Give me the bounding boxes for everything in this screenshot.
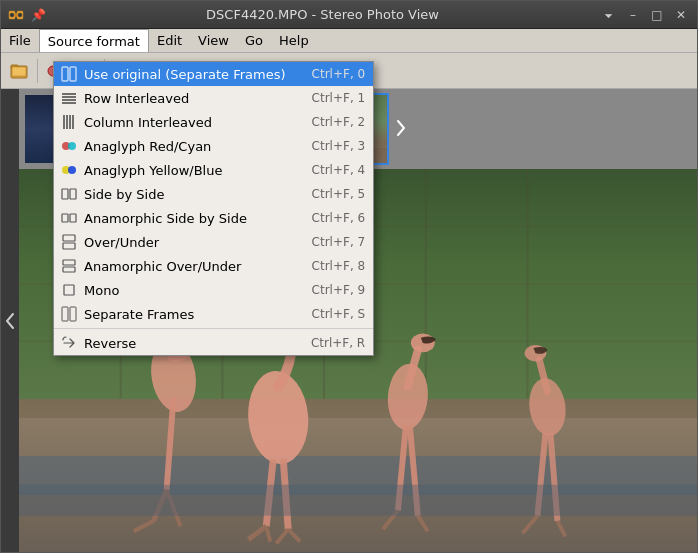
- anamorphic-over-shortcut: Ctrl+F, 8: [312, 259, 366, 273]
- svg-line-27: [167, 397, 174, 490]
- svg-point-74: [68, 166, 76, 174]
- svg-rect-77: [62, 214, 68, 222]
- toolbar-separator-1: [37, 59, 38, 83]
- maximize-button[interactable]: □: [647, 5, 667, 25]
- svg-point-2: [10, 13, 14, 17]
- svg-line-40: [288, 529, 300, 541]
- dropdown-item-mono[interactable]: Mono Ctrl+F, 9: [54, 278, 373, 302]
- svg-line-37: [248, 526, 266, 539]
- dropdown-item-use-original[interactable]: Use original (Separate Frames) Ctrl+F, 0: [54, 62, 373, 86]
- minimize-button[interactable]: –: [623, 5, 643, 25]
- svg-rect-80: [63, 243, 75, 249]
- row-interleaved-icon: [60, 89, 78, 107]
- application-window: 📌 DSCF4420.MPO - Stereo Photo View 🞃 – □…: [0, 0, 698, 553]
- column-interleaved-label: Column Interleaved: [84, 115, 286, 130]
- mono-label: Mono: [84, 283, 286, 298]
- separate-frames-icon: [60, 305, 78, 323]
- dropdown-item-separate-frames[interactable]: Separate Frames Ctrl+F, S: [54, 302, 373, 326]
- dropdown-item-anamorphic-side[interactable]: Anamorphic Side by Side Ctrl+F, 6: [54, 206, 373, 230]
- row-interleaved-shortcut: Ctrl+F, 1: [312, 91, 366, 105]
- menu-help[interactable]: Help: [271, 29, 317, 52]
- svg-rect-76: [70, 189, 76, 199]
- anamorphic-over-label: Anamorphic Over/Under: [84, 259, 286, 274]
- dropdown-item-over-under[interactable]: Over/Under Ctrl+F, 7: [54, 230, 373, 254]
- anaglyph-yellow-blue-icon: [60, 161, 78, 179]
- thumbnail-scroll-right[interactable]: [391, 114, 411, 145]
- use-original-shortcut: Ctrl+F, 0: [312, 67, 366, 81]
- menu-go[interactable]: Go: [237, 29, 271, 52]
- svg-line-54: [557, 521, 565, 537]
- reverse-shortcut: Ctrl+F, R: [311, 336, 365, 350]
- svg-point-72: [68, 142, 76, 150]
- side-by-side-label: Side by Side: [84, 187, 286, 202]
- svg-rect-81: [63, 260, 75, 265]
- menu-file[interactable]: File: [1, 29, 39, 52]
- menu-edit[interactable]: Edit: [149, 29, 190, 52]
- reverse-label: Reverse: [84, 336, 285, 351]
- menu-source-format[interactable]: Source format: [39, 29, 149, 52]
- anaglyph-red-cyan-label: Anaglyph Red/Cyan: [84, 139, 286, 154]
- svg-rect-82: [63, 267, 75, 272]
- anamorphic-over-icon: [60, 257, 78, 275]
- side-by-side-icon: [60, 185, 78, 203]
- dropdown-item-row-interleaved[interactable]: Row Interleaved Ctrl+F, 1: [54, 86, 373, 110]
- svg-line-47: [418, 516, 428, 532]
- column-interleaved-shortcut: Ctrl+F, 2: [312, 115, 366, 129]
- app-icon: [7, 6, 25, 24]
- menubar: File Source format Edit View Go Help: [1, 29, 697, 53]
- svg-rect-4: [15, 13, 18, 17]
- open-button[interactable]: [5, 57, 33, 85]
- svg-rect-78: [70, 214, 76, 222]
- svg-rect-79: [63, 235, 75, 241]
- svg-rect-55: [19, 485, 697, 516]
- side-by-side-shortcut: Ctrl+F, 5: [312, 187, 366, 201]
- over-under-label: Over/Under: [84, 235, 286, 250]
- svg-rect-61: [62, 67, 68, 81]
- chevron-up-icon[interactable]: 🞃: [599, 5, 619, 25]
- menu-view[interactable]: View: [190, 29, 237, 52]
- dropdown-item-side-by-side[interactable]: Side by Side Ctrl+F, 5: [54, 182, 373, 206]
- separate-frames-shortcut: Ctrl+F, S: [312, 307, 366, 321]
- column-interleaved-icon: [60, 113, 78, 131]
- separate-frames-label: Separate Frames: [84, 307, 286, 322]
- svg-rect-84: [62, 307, 68, 321]
- dropdown-item-anaglyph-red-cyan[interactable]: Anaglyph Red/Cyan Ctrl+F, 3: [54, 134, 373, 158]
- anaglyph-red-cyan-shortcut: Ctrl+F, 3: [312, 139, 366, 153]
- use-original-icon: [60, 65, 78, 83]
- titlebar-controls: 🞃 – □ ✕: [599, 5, 691, 25]
- svg-line-39: [276, 529, 288, 543]
- dropdown-item-column-interleaved[interactable]: Column Interleaved Ctrl+F, 2: [54, 110, 373, 134]
- close-button[interactable]: ✕: [671, 5, 691, 25]
- over-under-shortcut: Ctrl+F, 7: [312, 235, 366, 249]
- svg-rect-7: [12, 67, 26, 76]
- mono-shortcut: Ctrl+F, 9: [312, 283, 366, 297]
- svg-line-38: [266, 526, 270, 542]
- titlebar: 📌 DSCF4420.MPO - Stereo Photo View 🞃 – □…: [1, 1, 697, 29]
- svg-point-3: [18, 13, 22, 17]
- svg-rect-83: [64, 285, 74, 295]
- source-format-dropdown: Use original (Separate Frames) Ctrl+F, 0…: [53, 61, 374, 356]
- dropdown-item-anaglyph-yellow-blue[interactable]: Anaglyph Yellow/Blue Ctrl+F, 4: [54, 158, 373, 182]
- svg-rect-62: [70, 67, 76, 81]
- titlebar-left: 📌: [7, 6, 46, 24]
- over-under-icon: [60, 233, 78, 251]
- use-original-label: Use original (Separate Frames): [84, 67, 286, 82]
- svg-rect-85: [70, 307, 76, 321]
- titlebar-title: DSCF4420.MPO - Stereo Photo View: [46, 7, 599, 22]
- anamorphic-side-icon: [60, 209, 78, 227]
- anamorphic-side-shortcut: Ctrl+F, 6: [312, 211, 366, 225]
- anaglyph-red-cyan-icon: [60, 137, 78, 155]
- svg-line-29: [134, 521, 154, 531]
- row-interleaved-label: Row Interleaved: [84, 91, 286, 106]
- anaglyph-yellow-blue-label: Anaglyph Yellow/Blue: [84, 163, 286, 178]
- anaglyph-yellow-blue-shortcut: Ctrl+F, 4: [312, 163, 366, 177]
- dropdown-item-reverse[interactable]: Reverse Ctrl+F, R: [54, 331, 373, 355]
- dropdown-separator: [54, 328, 373, 329]
- dropdown-item-anamorphic-over[interactable]: Anamorphic Over/Under Ctrl+F, 8: [54, 254, 373, 278]
- mono-icon: [60, 281, 78, 299]
- reverse-icon: [60, 334, 78, 352]
- left-scroll-button[interactable]: [1, 89, 19, 552]
- anamorphic-side-label: Anamorphic Side by Side: [84, 211, 286, 226]
- svg-rect-75: [62, 189, 68, 199]
- titlebar-pin-icon[interactable]: 📌: [31, 8, 46, 22]
